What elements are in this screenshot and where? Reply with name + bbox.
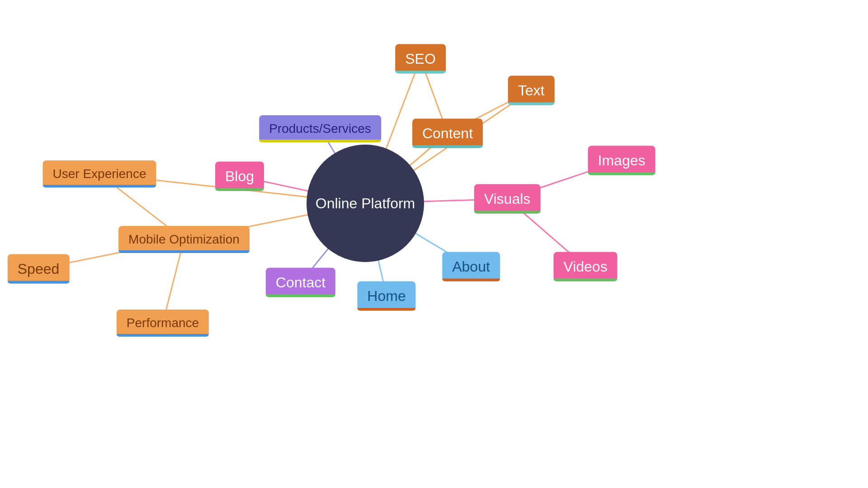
node-underline-seo bbox=[395, 71, 446, 74]
node-label-text: Text bbox=[518, 82, 545, 99]
node-label-visuals: Visuals bbox=[484, 191, 531, 207]
node-underline-images bbox=[588, 173, 656, 175]
node-home[interactable]: Home bbox=[357, 282, 415, 311]
node-user-exp[interactable]: User Experience bbox=[43, 160, 156, 188]
node-mobile-opt[interactable]: Mobile Optimization bbox=[118, 226, 250, 253]
node-label-content: Content bbox=[422, 125, 473, 142]
node-label-performance: Performance bbox=[127, 316, 199, 330]
node-speed[interactable]: Speed bbox=[8, 254, 70, 284]
node-underline-visuals bbox=[474, 211, 541, 214]
node-underline-content bbox=[412, 145, 483, 148]
node-visuals[interactable]: Visuals bbox=[474, 184, 541, 214]
node-underline-speed bbox=[8, 281, 70, 284]
node-label-about: About bbox=[452, 258, 490, 275]
node-underline-videos bbox=[553, 279, 617, 282]
node-underline-text bbox=[508, 103, 555, 105]
node-about[interactable]: About bbox=[442, 252, 500, 282]
node-underline-performance bbox=[117, 334, 209, 337]
node-underline-blog bbox=[215, 188, 264, 191]
node-text[interactable]: Text bbox=[508, 76, 555, 105]
node-label-home: Home bbox=[367, 288, 406, 305]
node-label-mobile-opt: Mobile Optimization bbox=[128, 232, 240, 247]
node-label-images: Images bbox=[598, 152, 646, 169]
node-underline-mobile-opt bbox=[118, 250, 250, 253]
node-label-seo: SEO bbox=[405, 51, 436, 67]
node-label-videos: Videos bbox=[563, 258, 607, 275]
node-underline-products bbox=[259, 140, 381, 142]
node-label-products: Products/Services bbox=[269, 122, 371, 136]
node-underline-home bbox=[357, 308, 415, 311]
node-contact[interactable]: Contact bbox=[266, 268, 335, 297]
mind-map-canvas: Online PlatformSEOTextContentProducts/Se… bbox=[0, 0, 868, 488]
node-underline-user-exp bbox=[43, 185, 156, 188]
node-label-user-exp: User Experience bbox=[53, 167, 146, 181]
node-underline-contact bbox=[266, 295, 335, 297]
node-underline-about bbox=[442, 279, 500, 282]
node-label-contact: Contact bbox=[276, 274, 326, 291]
node-label-blog: Blog bbox=[225, 168, 254, 185]
node-seo[interactable]: SEO bbox=[395, 44, 446, 74]
node-videos[interactable]: Videos bbox=[553, 252, 617, 282]
center-node[interactable]: Online Platform bbox=[307, 145, 424, 262]
node-products[interactable]: Products/Services bbox=[259, 115, 381, 142]
node-blog[interactable]: Blog bbox=[215, 162, 264, 191]
node-images[interactable]: Images bbox=[588, 146, 656, 175]
node-content[interactable]: Content bbox=[412, 119, 483, 148]
node-label-speed: Speed bbox=[18, 261, 60, 277]
node-performance[interactable]: Performance bbox=[117, 310, 209, 337]
